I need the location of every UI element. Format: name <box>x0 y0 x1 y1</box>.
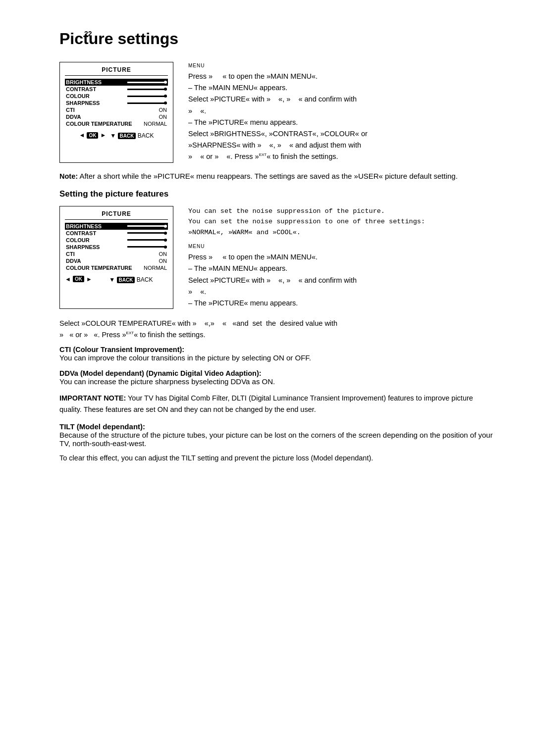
instruction-line-7: »SHARPNESS« with » «, » « and adjust the… <box>188 140 495 151</box>
menu-item-2-contrast: CONTRAST <box>65 230 168 237</box>
important-section: IMPORTANT NOTE: Your TV has Digital Comb… <box>59 393 495 415</box>
brightness-bar-2 <box>127 225 167 227</box>
section-2-right-text: You can set the noise suppression of the… <box>188 206 495 309</box>
s2-desc3: »NORMAL«, »WARM« and »COOL«. <box>188 227 495 238</box>
select-temp-line1: Select »COLOUR TEMPERATURE« with » «,» «… <box>59 318 495 329</box>
ddva-text: You can increase the picture sharpness b… <box>59 377 495 386</box>
back-button-2[interactable]: BACK <box>117 277 135 283</box>
back-label: BACK <box>138 132 154 139</box>
note-section: Note: After a short while the »PICTURE« … <box>59 172 495 180</box>
menu-item-contrast: CONTRAST <box>65 86 168 93</box>
menu-item-2-ddva: DDVa ON <box>65 257 168 264</box>
menu-item-cti: CTI ON <box>65 106 168 113</box>
menu-box-1: PICTURE BRIGHTNESS CONTRAST COLOUR SHARP… <box>59 62 173 163</box>
ok-button-2[interactable]: OK <box>73 276 84 282</box>
instruction-line-2: – The »MAIN MENU« appears. <box>188 82 495 94</box>
down-arrow-icon: ▼ <box>110 132 116 139</box>
left-arrow-icon: ◄ <box>79 132 85 139</box>
instruction-line-1: Press » « to open the »MAIN MENU«. <box>188 71 495 82</box>
section-2-title: Setting the picture features <box>59 189 495 199</box>
menu-item-2-colour: COLOUR <box>65 237 168 244</box>
ok-button[interactable]: OK <box>87 132 98 139</box>
tilt-section: TILT (Model dependant): Because of the s… <box>59 422 495 464</box>
colour-bar <box>127 96 167 97</box>
note-label: Note: <box>59 172 78 180</box>
s2-line1: Press » « to open the »MAIN MENU«. <box>188 252 495 263</box>
menu-nav-1: ◄ OK ► ▼ BACK BACK <box>65 131 168 139</box>
s2-desc1: You can set the noise suppression of the… <box>188 206 495 217</box>
sharpness-bar <box>127 102 167 104</box>
menu-item-ddva: DDVa ON <box>65 113 168 120</box>
s2-line4: » «. <box>188 286 495 298</box>
note-text: After a short while the »PICTURE« menu r… <box>79 172 457 180</box>
section-2: Setting the picture features PICTURE BRI… <box>59 189 495 464</box>
menu-item-colour-temperature: COLOUR TEMPERATURE NORMAL <box>65 120 168 127</box>
menu-label-1: MENU <box>188 62 495 70</box>
page-title: Picture settings <box>59 30 495 48</box>
page-number: 22 <box>84 30 92 38</box>
tilt-title: TILT (Model dependant): <box>59 422 495 431</box>
down-arrow-icon-2: ▼ <box>109 276 115 283</box>
tilt-text2: To clear this effect, you can adjust the… <box>59 453 495 464</box>
colour-bar-2 <box>127 239 167 241</box>
menu-item-brightness: BRIGHTNESS <box>65 79 168 86</box>
setting-section: PICTURE BRIGHTNESS CONTRAST COLOUR SHARP… <box>59 206 495 309</box>
menu-item-2-brightness: BRIGHTNESS <box>65 223 168 230</box>
tilt-text1: Because of the structure of the picture … <box>59 431 495 448</box>
menu-item-2-colour-temp: COLOUR TEMPERATURE NORMAL <box>65 264 168 271</box>
menu-nav-2: ◄ OK ► ▼ BACK BACK <box>65 275 168 283</box>
s2-desc2: You can set the noise suppression to one… <box>188 216 495 227</box>
menu-item-2-sharpness: SHARPNESS <box>65 244 168 251</box>
s2-line2: – The »MAIN MENU« appears. <box>188 263 495 274</box>
menu-item-2-cti: CTI ON <box>65 251 168 257</box>
cti-section: CTI (Colour Transient Improvement): You … <box>59 345 495 362</box>
back-label-2: BACK <box>137 276 153 283</box>
cti-text: You can improve the colour transitions i… <box>59 353 495 362</box>
ddva-section: DDVa (Model dependant) (Dynamic Digital … <box>59 369 495 386</box>
top-section: PICTURE BRIGHTNESS CONTRAST COLOUR SHARP… <box>59 62 495 163</box>
instruction-line-3: Select »PICTURE« with » «, » « and confi… <box>188 94 495 105</box>
top-right-instructions: MENU Press » « to open the »MAIN MENU«. … <box>188 62 495 163</box>
s2-line5: – The »PICTURE« menu appears. <box>188 298 495 309</box>
instruction-line-8: » « or » «. Press »EXT« to finish the se… <box>188 151 495 162</box>
menu-item-colour: COLOUR <box>65 93 168 100</box>
select-colour-temp-row: Select »COLOUR TEMPERATURE« with » «,» «… <box>59 318 495 341</box>
menu-box-2-title: PICTURE <box>65 210 168 220</box>
menu-label-2: MENU <box>188 243 495 251</box>
cti-title: CTI (Colour Transient Improvement): <box>59 346 184 353</box>
contrast-bar <box>127 89 167 90</box>
right-arrow-icon: ► <box>100 132 106 139</box>
instruction-line-4: » «. <box>188 105 495 117</box>
instruction-line-6: Select »BRIGHTNESS«, »CONTRAST«, »COLOUR… <box>188 128 495 140</box>
s2-line3: Select »PICTURE« with » «, » « and confi… <box>188 275 495 286</box>
contrast-bar-2 <box>127 232 167 234</box>
tilt-title-label: TILT (Model dependant): <box>59 422 145 431</box>
right-arrow-icon-2: ► <box>86 276 92 283</box>
instruction-line-5: – The »PICTURE« menu appears. <box>188 117 495 128</box>
sharpness-bar-2 <box>127 246 167 248</box>
left-arrow-icon-2: ◄ <box>65 276 71 283</box>
back-button[interactable]: BACK <box>118 133 136 139</box>
brightness-bar <box>127 82 167 83</box>
important-text: IMPORTANT NOTE: Your TV has Digital Comb… <box>59 393 495 415</box>
important-label: IMPORTANT NOTE: <box>59 394 126 402</box>
ddva-title: DDVa (Model dependant) (Dynamic Digital … <box>59 369 262 377</box>
menu-box-1-title: PICTURE <box>65 66 168 76</box>
menu-item-sharpness: SHARPNESS <box>65 100 168 106</box>
select-temp-line2: » « or » «. Press »EXT« to finish the se… <box>59 329 495 341</box>
menu-box-2: PICTURE BRIGHTNESS CONTRAST COLOUR SHARP… <box>59 206 173 309</box>
